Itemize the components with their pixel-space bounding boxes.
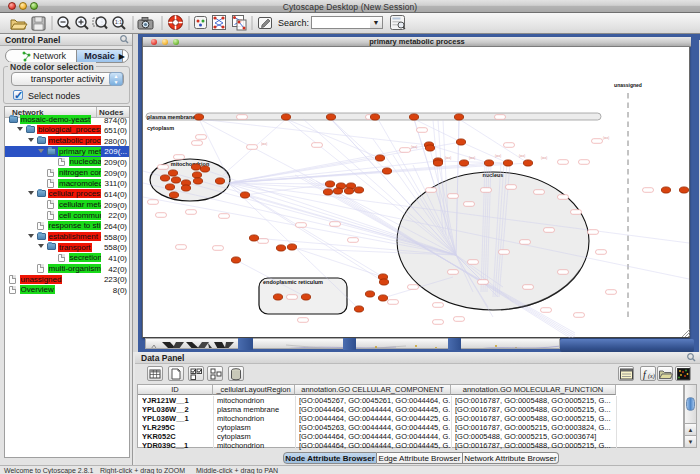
svg-text:(xxx): (xxx)	[541, 156, 547, 160]
svg-text:(xxx): (xxx)	[603, 136, 609, 140]
svg-text:f: f	[643, 369, 647, 380]
svg-text:endoplasmic reticulum: endoplasmic reticulum	[263, 279, 323, 285]
svg-text:unassigned: unassigned	[614, 82, 642, 88]
svg-text:(x): (x)	[648, 373, 655, 380]
svg-text:1:1: 1:1	[115, 19, 122, 25]
svg-text:(xxx): (xxx)	[411, 145, 417, 149]
svg-text:cytoplasm: cytoplasm	[147, 125, 174, 131]
svg-text:(xxx): (xxx)	[469, 156, 475, 160]
svg-text:(xxx): (xxx)	[495, 154, 501, 158]
svg-text:(xxx): (xxx)	[261, 142, 267, 146]
svg-text:(xxx): (xxx)	[519, 154, 525, 158]
svg-text:plasma membrane: plasma membrane	[147, 114, 195, 120]
svg-text:(xxx): (xxx)	[445, 156, 451, 160]
